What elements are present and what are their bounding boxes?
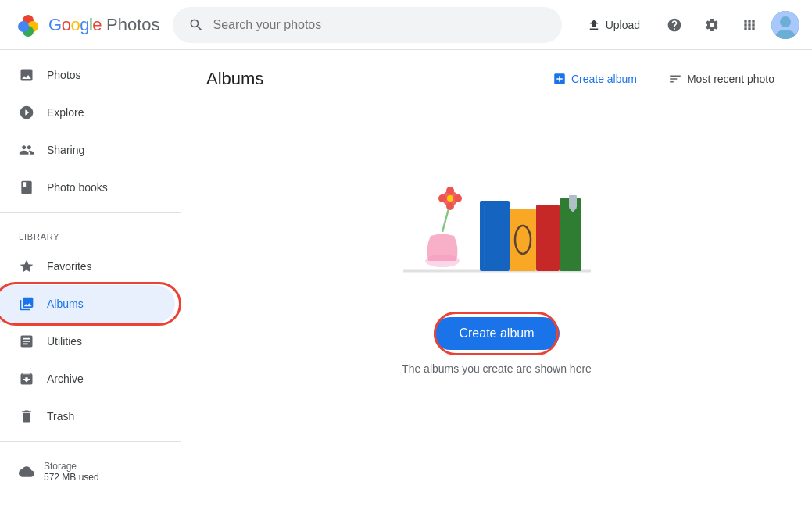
svg-rect-17 bbox=[484, 205, 485, 267]
archive-icon bbox=[19, 371, 34, 387]
svg-point-14 bbox=[454, 194, 462, 202]
create-album-center-label: Create album bbox=[459, 326, 534, 341]
library-label: LIBRARY bbox=[0, 219, 181, 248]
cloud-icon bbox=[19, 464, 34, 480]
google-photos-logo bbox=[13, 9, 44, 41]
sidebar-label: Explore bbox=[47, 106, 84, 119]
sidebar-item-archive[interactable]: Archive bbox=[0, 360, 175, 398]
sidebar-label: Photos bbox=[47, 69, 81, 81]
utilities-icon bbox=[19, 333, 34, 349]
book-icon bbox=[19, 180, 34, 195]
logo[interactable]: Google Photos bbox=[13, 9, 160, 41]
star-icon bbox=[19, 259, 34, 274]
app-header: Google Photos Upload bbox=[0, 0, 812, 50]
svg-rect-20 bbox=[536, 205, 560, 271]
settings-icon bbox=[704, 17, 720, 33]
sidebar-label: Trash bbox=[47, 410, 74, 423]
create-album-header-label: Create album bbox=[571, 73, 637, 85]
svg-point-11 bbox=[446, 187, 454, 194]
content-actions: Create album Most recent photo bbox=[540, 66, 787, 92]
sidebar-label: Sharing bbox=[47, 144, 84, 156]
sidebar-label: Photo books bbox=[47, 181, 108, 194]
svg-point-3 bbox=[18, 21, 29, 32]
main-layout: Photos Explore Sharing Photo books LIBRA… bbox=[0, 50, 812, 510]
photos-wordmark: Photos bbox=[106, 15, 160, 35]
help-icon bbox=[667, 17, 682, 33]
sidebar: Photos Explore Sharing Photo books LIBRA… bbox=[0, 50, 181, 510]
svg-rect-22 bbox=[569, 195, 577, 208]
upload-button[interactable]: Upload bbox=[574, 12, 653, 38]
svg-point-12 bbox=[446, 202, 454, 210]
svg-point-15 bbox=[447, 195, 453, 202]
album-icon bbox=[19, 296, 34, 312]
sidebar-label: Favorites bbox=[47, 260, 92, 273]
sidebar-divider-2 bbox=[0, 441, 181, 442]
upload-label: Upload bbox=[606, 19, 640, 31]
svg-point-13 bbox=[438, 194, 446, 202]
svg-point-5 bbox=[780, 16, 791, 27]
most-recent-button[interactable]: Most recent photo bbox=[656, 66, 787, 92]
sidebar-label: Archive bbox=[47, 373, 84, 385]
explore-icon bbox=[19, 105, 34, 120]
page-title: Albums bbox=[206, 69, 263, 89]
sharing-icon bbox=[19, 142, 34, 158]
sidebar-item-trash[interactable]: Trash bbox=[0, 398, 175, 435]
upload-icon bbox=[587, 18, 601, 32]
storage-label: Storage bbox=[44, 461, 99, 472]
svg-rect-18 bbox=[510, 209, 536, 271]
create-album-header-button[interactable]: Create album bbox=[540, 66, 649, 92]
sidebar-item-photos[interactable]: Photos bbox=[0, 56, 175, 94]
settings-button[interactable] bbox=[696, 9, 728, 41]
trash-icon bbox=[19, 408, 34, 424]
photo-icon bbox=[19, 67, 34, 83]
avatar-placeholder bbox=[771, 11, 799, 39]
most-recent-label: Most recent photo bbox=[687, 73, 774, 85]
sidebar-item-utilities[interactable]: Utilities bbox=[0, 323, 175, 360]
sidebar-item-favorites[interactable]: Favorites bbox=[0, 248, 175, 285]
apps-icon bbox=[742, 17, 757, 33]
sidebar-item-photobooks[interactable]: Photo books bbox=[0, 169, 175, 206]
sidebar-item-albums[interactable]: Albums bbox=[0, 285, 175, 323]
storage-section: Storage 572 MB used bbox=[0, 448, 181, 495]
search-input[interactable] bbox=[213, 18, 546, 32]
create-album-center-wrap: Create album bbox=[434, 317, 559, 350]
google-wordmark: Google bbox=[48, 15, 102, 35]
header-actions: Upload bbox=[574, 9, 799, 41]
books-svg bbox=[356, 142, 638, 298]
content-header: Albums Create album Most recent photo bbox=[206, 66, 787, 92]
apps-button[interactable] bbox=[734, 9, 765, 41]
empty-state: Create album The albums you create are s… bbox=[206, 111, 787, 406]
avatar[interactable] bbox=[771, 11, 799, 39]
create-album-center-button[interactable]: Create album bbox=[434, 317, 559, 350]
sidebar-item-explore[interactable]: Explore bbox=[0, 94, 175, 131]
help-button[interactable] bbox=[659, 9, 690, 41]
books-illustration bbox=[356, 142, 638, 298]
sidebar-label: Utilities bbox=[47, 335, 82, 348]
storage-used: 572 MB used bbox=[44, 472, 99, 483]
storage-info: Storage 572 MB used bbox=[44, 461, 99, 483]
sort-icon bbox=[668, 72, 682, 86]
empty-state-text: The albums you create are shown here bbox=[402, 362, 592, 375]
add-icon bbox=[553, 72, 567, 86]
search-icon bbox=[188, 17, 204, 33]
sidebar-label: Albums bbox=[47, 298, 84, 310]
sidebar-divider bbox=[0, 212, 181, 213]
search-bar[interactable] bbox=[173, 7, 562, 43]
main-content: Albums Create album Most recent photo bbox=[181, 50, 812, 510]
sidebar-item-sharing[interactable]: Sharing bbox=[0, 131, 175, 169]
avatar-image bbox=[771, 11, 799, 39]
